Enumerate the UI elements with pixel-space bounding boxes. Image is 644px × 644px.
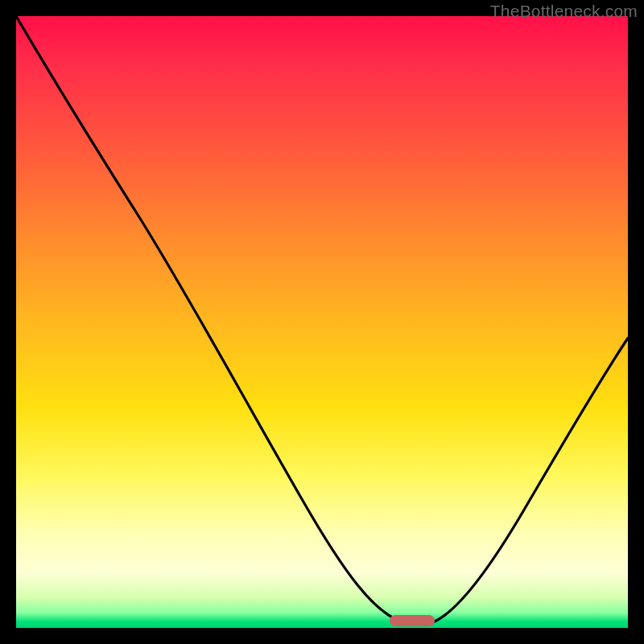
optimal-marker: [390, 615, 435, 626]
bottleneck-curve: [16, 16, 628, 628]
watermark-text: TheBottleneck.com: [490, 2, 638, 21]
curve-path: [16, 16, 628, 621]
plot-area: [16, 16, 628, 628]
chart-frame: TheBottleneck.com: [0, 0, 644, 644]
